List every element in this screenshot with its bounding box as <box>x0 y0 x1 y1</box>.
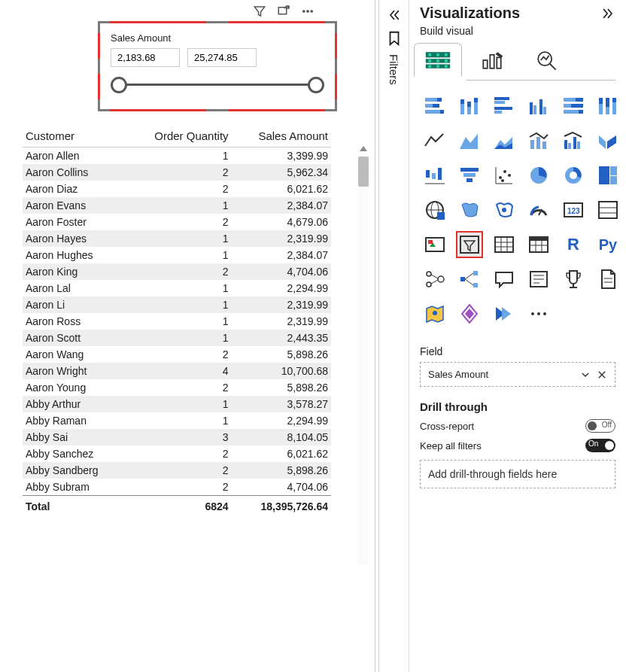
filters-pane-collapsed[interactable]: Filters <box>379 0 409 672</box>
chevron-down-icon[interactable] <box>580 369 591 380</box>
table-row[interactable]: Abby Sanchez26,021.62 <box>23 445 331 462</box>
slicer-from-input[interactable] <box>111 48 180 67</box>
viz-table[interactable] <box>491 231 518 258</box>
viz-funnel[interactable] <box>456 162 483 189</box>
viz-line-stacked-column[interactable] <box>525 127 552 154</box>
selection-handle[interactable] <box>325 99 337 111</box>
viz-treemap[interactable] <box>594 162 621 189</box>
viz-line[interactable] <box>421 127 448 154</box>
cross-report-toggle[interactable]: Off <box>585 419 615 433</box>
viz-power-apps[interactable] <box>456 300 483 327</box>
scrollbar[interactable] <box>358 157 369 565</box>
viz-100-stacked-bar[interactable] <box>560 93 587 120</box>
viz-decomposition-tree[interactable] <box>456 266 483 293</box>
table-row[interactable]: Aaron Hughes12,384.07 <box>23 247 331 263</box>
selection-handle[interactable] <box>98 99 110 111</box>
viz-paginated-report[interactable] <box>594 266 621 293</box>
drillthrough-drop-area[interactable]: Add drill-through fields here <box>420 460 615 488</box>
selection-handle[interactable] <box>98 59 100 74</box>
remove-field-icon[interactable] <box>597 369 607 380</box>
more-options-icon[interactable] <box>301 5 315 18</box>
viz-qa[interactable] <box>491 266 518 293</box>
table-row[interactable]: Aaron Foster24,679.06 <box>23 214 331 230</box>
viz-get-more[interactable] <box>525 300 552 327</box>
viz-python[interactable]: Py <box>594 231 621 258</box>
expand-right-icon[interactable] <box>600 6 615 21</box>
viz-goals[interactable] <box>560 266 587 293</box>
collapse-left-icon[interactable] <box>387 8 402 23</box>
viz-stacked-column[interactable] <box>456 93 483 120</box>
viz-arcgis[interactable] <box>421 300 448 327</box>
table-row[interactable]: Abby Sandberg25,898.26 <box>23 462 331 479</box>
scroll-up-icon[interactable] <box>360 146 367 151</box>
viz-azure-map[interactable] <box>491 196 518 223</box>
slider-handle-left[interactable] <box>111 77 127 93</box>
slicer-visual[interactable]: Sales Amount <box>98 21 337 111</box>
table-row[interactable]: Aaron Diaz26,021.62 <box>23 181 331 197</box>
funnel-icon[interactable] <box>253 5 266 18</box>
viz-stacked-area[interactable] <box>491 127 518 154</box>
slider-handle-right[interactable] <box>308 77 324 93</box>
table-row[interactable]: Aaron Evans12,384.07 <box>23 197 331 214</box>
viz-ribbon[interactable] <box>594 127 621 154</box>
table-row[interactable]: Abby Sai38,104.05 <box>23 429 331 445</box>
table-row[interactable]: Aaron Scott12,443.35 <box>23 330 331 346</box>
bookmark-icon[interactable] <box>386 30 403 47</box>
slicer-to-input[interactable] <box>187 48 257 67</box>
table-row[interactable]: Abby Subram24,704.06 <box>23 479 331 496</box>
table-row[interactable]: Aaron Allen13,399.99 <box>23 147 331 165</box>
table-row[interactable]: Aaron Hayes12,319.99 <box>23 230 331 247</box>
fields-tab-icon <box>424 47 451 73</box>
viz-waterfall[interactable] <box>421 162 448 189</box>
table-row[interactable]: Abby Arthur13,578.27 <box>23 396 331 412</box>
viz-multi-row-card[interactable] <box>594 196 621 223</box>
filters-label[interactable]: Filters <box>387 54 400 85</box>
tab-format[interactable] <box>479 47 506 75</box>
selection-handle[interactable] <box>98 21 110 33</box>
table-row[interactable]: Aaron Wright410,700.68 <box>23 363 331 379</box>
viz-kpi[interactable] <box>421 231 448 258</box>
viz-stacked-bar[interactable] <box>421 93 448 120</box>
viz-matrix[interactable] <box>525 231 552 258</box>
table-row[interactable]: Aaron Li12,319.99 <box>23 296 331 313</box>
viz-filled-map[interactable] <box>456 196 483 223</box>
range-slider[interactable] <box>115 74 320 96</box>
viz-smart-narrative[interactable] <box>525 266 552 293</box>
viz-area[interactable] <box>456 127 483 154</box>
viz-clustered-column[interactable] <box>525 93 552 120</box>
scrollbar-thumb[interactable] <box>358 157 369 187</box>
col-order-qty[interactable]: Order Quantity <box>126 125 232 147</box>
col-customer[interactable]: Customer <box>23 125 126 147</box>
field-well[interactable]: Sales Amount <box>420 362 615 387</box>
table-row[interactable]: Aaron King24,704.06 <box>23 263 331 280</box>
viz-r-script[interactable]: R <box>560 231 587 258</box>
keep-filters-toggle[interactable]: On <box>585 439 615 452</box>
focus-mode-icon[interactable] <box>277 5 290 18</box>
selection-handle[interactable] <box>206 109 229 111</box>
viz-map[interactable] <box>421 196 448 223</box>
table-row[interactable]: Aaron Collins25,962.34 <box>23 164 331 181</box>
tab-fields[interactable] <box>424 47 451 75</box>
selection-handle[interactable] <box>206 21 229 23</box>
table-row[interactable]: Aaron Young25,898.26 <box>23 379 331 396</box>
col-sales-amount[interactable]: Sales Amount <box>232 125 331 147</box>
table-row[interactable]: Aaron Ross12,319.99 <box>23 313 331 330</box>
selection-handle[interactable] <box>335 59 337 74</box>
viz-line-clustered-column[interactable] <box>560 127 587 154</box>
viz-card[interactable]: 123 <box>560 196 587 223</box>
viz-scatter[interactable] <box>491 162 518 189</box>
viz-power-automate[interactable] <box>491 300 518 327</box>
table-row[interactable]: Aaron Wang25,898.26 <box>23 346 331 363</box>
viz-pie[interactable] <box>525 162 552 189</box>
table-row[interactable]: Aaron Lal12,294.99 <box>23 280 331 296</box>
viz-donut[interactable] <box>560 162 587 189</box>
table-visual[interactable]: Customer Order Quantity Sales Amount Aar… <box>23 125 360 599</box>
viz-slicer[interactable] <box>456 231 483 258</box>
viz-gauge[interactable] <box>525 196 552 223</box>
viz-100-stacked-column[interactable] <box>594 93 621 120</box>
viz-key-influencers[interactable] <box>421 266 448 293</box>
tab-analytics[interactable] <box>533 47 560 75</box>
table-row[interactable]: Abby Raman12,294.99 <box>23 412 331 429</box>
selection-handle[interactable] <box>325 21 337 33</box>
viz-clustered-bar[interactable] <box>491 93 518 120</box>
